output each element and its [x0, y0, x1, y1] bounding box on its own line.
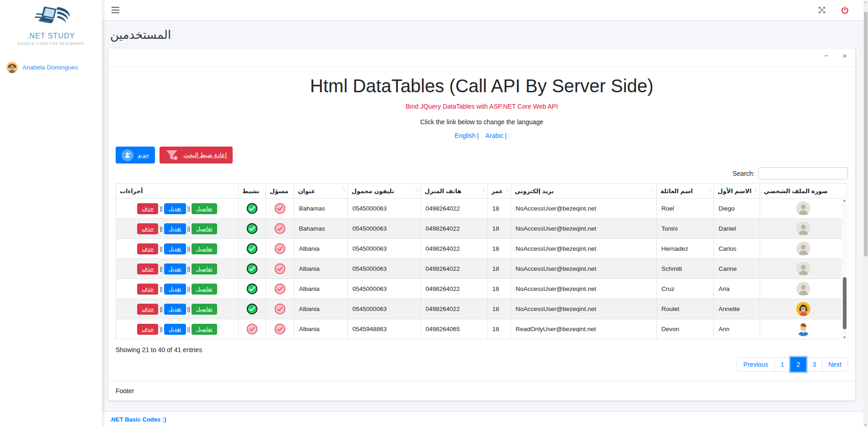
app-logo[interactable]: .NET STUDY SOURCE CODE FOR BEGINNERS — [0, 0, 102, 47]
first-name-cell: Carine — [714, 259, 760, 279]
edit-button[interactable]: تعديل — [164, 243, 186, 254]
delete-button[interactable]: حذف — [137, 324, 158, 335]
column-header-email[interactable]: بريد إلكتروني↑↓ — [511, 184, 657, 199]
edit-button[interactable]: تعديل — [164, 324, 186, 335]
details-button[interactable]: تفاصيل — [192, 284, 217, 295]
first-name-cell: Daniel — [714, 219, 760, 239]
separator: | — [477, 132, 479, 139]
actions-cell: حذف||تعديل||تفاصيل — [116, 259, 239, 279]
column-header-first-name[interactable]: الاسم الأول↑↓ — [714, 184, 760, 199]
inactive-check-icon — [274, 323, 286, 335]
button-separator: || — [160, 306, 162, 312]
delete-button[interactable]: حذف — [137, 243, 158, 254]
pagination-page-1[interactable]: 1 — [774, 357, 791, 372]
top-navbar — [102, 0, 868, 21]
button-separator: || — [160, 286, 162, 292]
edit-button[interactable]: تعديل — [164, 284, 186, 295]
scroll-down-icon[interactable]: ▼ — [843, 336, 846, 339]
delete-button[interactable]: حذف — [137, 264, 158, 274]
sort-arrows-icon: ↑↓ — [342, 186, 346, 191]
edit-button[interactable]: تعديل — [164, 264, 186, 274]
delete-button[interactable]: حذف — [137, 304, 158, 315]
details-button[interactable]: تفاصيل — [192, 243, 217, 254]
language-links: English| Arabic| — [116, 132, 848, 139]
age-cell: 18 — [488, 299, 511, 319]
admin-cell — [266, 319, 294, 339]
button-separator: || — [187, 266, 190, 272]
mobile-phone-cell: 0545000063 — [348, 199, 421, 219]
search-input[interactable] — [758, 167, 848, 179]
details-button[interactable]: تفاصيل — [192, 264, 217, 274]
browser-scrollbar[interactable]: ▲ ▼ — [863, 0, 868, 427]
age-cell: 18 — [488, 319, 511, 339]
column-header-home-phone[interactable]: هاتف المنزل↑↓ — [421, 184, 488, 199]
email-cell: NoAccessUser@bezeqint.net — [511, 259, 657, 279]
close-icon[interactable]: × — [840, 52, 850, 60]
hamburger-menu-icon[interactable] — [110, 5, 121, 15]
fullscreen-icon[interactable] — [816, 5, 827, 16]
edit-button[interactable]: تعديل — [164, 304, 186, 315]
details-button[interactable]: تفاصيل — [192, 304, 217, 315]
actions-cell: حذف||تعديل||تفاصيل — [116, 199, 239, 219]
edit-button[interactable]: تعديل — [164, 203, 186, 214]
column-header-label: عمر — [491, 188, 503, 195]
scroll-up-icon[interactable]: ▲ — [864, 0, 867, 4]
main-heading: Html DataTables (Call API By Server Side… — [116, 76, 848, 96]
column-header-address[interactable]: عنوان↑↓ — [294, 184, 348, 199]
footer-brand: .NET Basic Codes :) — [110, 416, 166, 423]
email-cell: NoAccessUser@bezeqint.net — [511, 239, 657, 259]
delete-button[interactable]: حذف — [137, 203, 158, 214]
button-separator: || — [160, 246, 162, 252]
language-link-english[interactable]: English — [455, 132, 476, 139]
woman-avatar — [796, 302, 810, 316]
details-button[interactable]: تفاصيل — [192, 223, 217, 234]
power-icon[interactable] — [839, 5, 851, 16]
edit-button[interactable]: تعديل — [164, 223, 186, 234]
card-header: − × — [108, 48, 855, 67]
delete-button[interactable]: حذف — [137, 284, 158, 295]
pagination-next[interactable]: Next — [822, 357, 848, 372]
table-scrollbar[interactable]: ▲ ▼ — [842, 198, 847, 339]
pagination-previous[interactable]: Previous — [737, 357, 774, 372]
collapse-icon[interactable]: − — [821, 52, 831, 60]
reset-button-label: إعادة ضبط البحث — [183, 152, 227, 158]
users-card: − × Html DataTables (Call API By Server … — [108, 48, 855, 401]
browser-scrollbar-thumb[interactable] — [864, 12, 868, 256]
button-separator: || — [160, 326, 162, 332]
first-name-cell: Aria — [714, 279, 760, 299]
sort-arrows-icon: ↑↓ — [651, 186, 655, 191]
home-phone-cell: 0498264065 — [421, 319, 488, 339]
delete-button[interactable]: حذف — [137, 223, 158, 234]
sort-arrows-icon: ↑↓ — [415, 186, 420, 191]
table-row: حذف||تعديل||تفاصيلBahamas054500006304982… — [116, 199, 847, 219]
table-scrollbar-thumb[interactable] — [843, 277, 847, 329]
details-button[interactable]: تفاصيل — [192, 324, 217, 335]
pagination-page-2[interactable]: 2 — [790, 357, 807, 372]
inactive-check-icon — [274, 223, 286, 234]
pagination-page-3[interactable]: 3 — [806, 357, 822, 372]
last-name-cell: Roel — [657, 199, 714, 219]
column-header-age[interactable]: عمر↑↓ — [488, 184, 511, 199]
column-header-mobile-phone[interactable]: تليفون محمول↑↓ — [348, 184, 421, 199]
details-button[interactable]: تفاصيل — [192, 203, 217, 214]
scroll-down-icon[interactable]: ▼ — [864, 423, 867, 427]
home-phone-cell: 0498264022 — [421, 239, 488, 259]
new-button[interactable]: جديد — [116, 147, 155, 163]
email-cell: NoAccessUser@bezeqint.net — [511, 219, 657, 239]
inactive-check-icon — [274, 263, 286, 274]
sort-arrows-icon: ↑↓ — [708, 186, 713, 191]
admin-cell — [266, 199, 294, 219]
default-avatar-icon — [796, 262, 810, 276]
column-header-label: مسؤل — [270, 188, 288, 195]
last-name-cell: Devon — [657, 319, 714, 339]
address-cell: Albania — [294, 239, 348, 259]
column-header-label: نشيط — [242, 188, 259, 195]
active-cell — [239, 319, 266, 339]
scroll-up-icon[interactable]: ▲ — [843, 199, 846, 202]
sidebar-user[interactable]: Anabela Domingues — [0, 57, 102, 78]
mobile-phone-cell: 0545000063 — [348, 299, 421, 319]
reset-search-button[interactable]: إعادة ضبط البحث — [160, 147, 233, 163]
age-cell: 18 — [488, 259, 511, 279]
language-link-arabic[interactable]: Arabic — [485, 132, 504, 139]
column-header-last-name[interactable]: اسم العائلة↑↓ — [657, 184, 714, 199]
